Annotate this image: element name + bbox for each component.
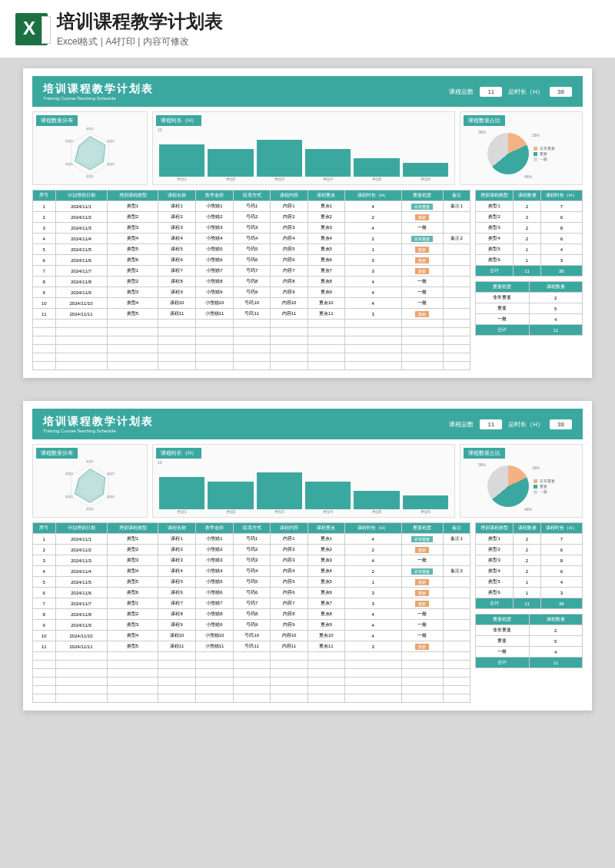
table-cell: 小熊猫1 [195, 534, 233, 545]
table-cell: 重点11 [308, 309, 344, 320]
table-cell: 2024/11/10 [55, 298, 107, 309]
side-tables: 培训课程类型课程数量课程时长（H）类型127类型226类型328类型426类型5… [475, 190, 583, 370]
table-cell: 重要 [401, 577, 444, 588]
table-cell: 内容8 [271, 277, 308, 287]
doc-title: 培训课程教学计划表 [43, 415, 154, 429]
summary-table-2: 重要程度课程数量非常重要2重要5一般4合计11 [475, 614, 583, 668]
table-cell: 课程8 [158, 277, 195, 287]
table-cell: 重点7 [308, 598, 344, 609]
table-row: 类型127 [476, 534, 583, 545]
table-cell: 7 [33, 598, 56, 609]
table-cell: 重要 [401, 255, 444, 266]
table-cell: 4 [344, 201, 401, 212]
summary-table-2: 重要程度课程数量非常重要2重要5一般4合计11 [475, 281, 583, 336]
table-cell: 类型6 [107, 588, 158, 598]
table-cell: 内容1 [271, 534, 308, 545]
table-cell: 号码5 [234, 577, 271, 588]
header-bar: 培训课程教学计划表Training Course Teaching Schedu… [32, 409, 583, 439]
empty-row [33, 345, 470, 353]
table-cell: 2024/11/9 [55, 620, 107, 631]
main-table: 序号计划培训日期培训课程类型课程名称教学老师联系方式课程内容课程重点课程时长（H… [32, 190, 470, 370]
empty-row [33, 694, 470, 703]
bar-title: 课程时长（H） [156, 115, 201, 126]
table-cell: 3 [344, 255, 401, 266]
table-header: 课程名称 [158, 523, 195, 534]
main-table: 序号计划培训日期培训课程类型课程名称教学老师联系方式课程内容课程重点课程时长（H… [32, 522, 470, 703]
empty-row [33, 669, 470, 678]
table-cell: 一般 [401, 620, 444, 631]
table-row: 非常重要2 [476, 293, 583, 303]
table-cell: 号码7 [234, 266, 271, 277]
table-cell: 课程1 [158, 201, 195, 212]
table-cell: 课程10 [158, 631, 195, 641]
svg-text:类型3: 类型3 [107, 495, 115, 499]
table-cell: 内容6 [271, 588, 308, 598]
summary-table-1: 培训课程类型课程数量课程时长（H）类型127类型226类型328类型426类型5… [475, 522, 583, 609]
table-header: 序号 [33, 190, 56, 201]
table-cell: 类型5 [107, 577, 158, 588]
table-cell: 重点8 [308, 277, 344, 287]
table-cell: 小熊猫6 [195, 588, 233, 598]
header-stats: 课程总数11 总时长（H）38 [449, 419, 572, 429]
table-cell: 重点1 [308, 534, 344, 545]
table-cell: 备注1 [444, 201, 470, 212]
table-cell: 3 [344, 641, 401, 652]
table-cell: 2024/11/9 [55, 287, 107, 298]
table-cell: 课程10 [158, 298, 195, 309]
table-cell: 一般 [401, 287, 444, 298]
table-row: 12024/11/1类型1课程1小熊猫1号码1内容1重点14非常重要备注1 [33, 201, 470, 212]
table-cell: 内容5 [271, 577, 308, 588]
svg-text:类型4: 类型4 [86, 507, 94, 511]
table-cell: 重点10 [308, 298, 344, 309]
table-cell: 4 [344, 277, 401, 287]
bar [257, 140, 302, 177]
table-cell: 重要 [401, 588, 444, 598]
table-cell: 6 [33, 255, 56, 266]
bar [305, 482, 351, 509]
table-row: 52024/11/5类型5课程5小熊猫5号码5内容5重点51重要 [33, 244, 470, 255]
table-cell: 2024/11/5 [55, 244, 107, 255]
table-cell: 10 [33, 631, 56, 641]
table-cell: 号码2 [234, 545, 271, 555]
table-cell: 非常重要 [401, 534, 444, 545]
pie-legend: 非常重要重要一般 [534, 145, 555, 162]
table-cell: 重点8 [308, 609, 344, 620]
radar-chart: 类型1类型2类型3类型4类型5类型6 [63, 127, 117, 181]
table-row: 102024/11/10类型4课程10小熊猫10号码10内容10重点104一般 [33, 631, 470, 641]
table-cell: 内容11 [271, 309, 308, 320]
table-cell: 非常重要 [401, 201, 444, 212]
table-cell: 号码7 [234, 598, 271, 609]
table-cell: 2024/11/1 [55, 534, 107, 545]
table-header: 课程重点 [308, 523, 344, 534]
table-row: 一般4 [476, 647, 583, 658]
table-cell: 类型1 [107, 598, 158, 609]
table-cell: 号码1 [234, 201, 271, 212]
svg-text:类型3: 类型3 [107, 162, 115, 166]
table-header: 课程内容 [271, 523, 308, 534]
table-row: 类型613 [476, 255, 583, 266]
table-cell: 2 [344, 545, 401, 555]
table-cell: 类型1 [107, 201, 158, 212]
table-header: 备注 [444, 190, 470, 201]
bar [403, 163, 448, 177]
table-cell: 重点3 [308, 223, 344, 234]
total-row: 合计1138 [476, 266, 583, 277]
table-cell: 2024/11/7 [55, 266, 107, 277]
table-cell: 类型4 [107, 631, 158, 641]
table-cell: 2024/11/8 [55, 277, 107, 287]
table-cell: 号码9 [234, 287, 271, 298]
bar [305, 149, 351, 177]
table-header: 联系方式 [234, 190, 271, 201]
table-cell: 类型3 [107, 287, 158, 298]
stat1-value: 11 [480, 87, 502, 97]
table-cell: 一般 [401, 631, 444, 641]
table-header: 重要程度 [401, 190, 444, 201]
table-cell: 类型1 [107, 266, 158, 277]
table-cell: 内容4 [271, 566, 308, 577]
svg-marker-2 [75, 137, 105, 170]
svg-text:类型5: 类型5 [65, 495, 73, 499]
bar [354, 158, 399, 177]
table-cell: 备注2 [444, 566, 470, 577]
table-cell: 一般 [401, 609, 444, 620]
table-cell: 类型5 [107, 309, 158, 320]
